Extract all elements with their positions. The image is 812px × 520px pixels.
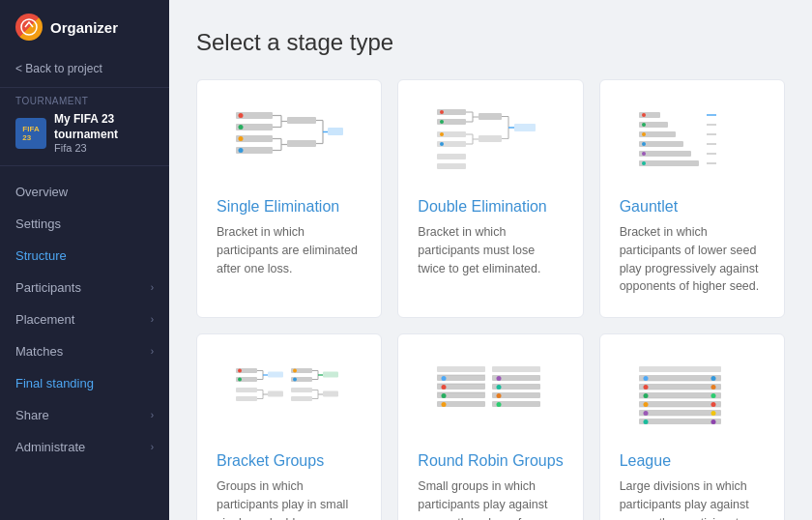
svg-rect-34: [478, 113, 502, 120]
card-icon-double-elimination: [418, 100, 563, 187]
svg-rect-75: [268, 372, 283, 378]
card-title-league: League: [620, 452, 765, 470]
svg-point-119: [497, 402, 502, 407]
chevron-down-icon: ›: [151, 442, 154, 452]
svg-rect-122: [639, 384, 721, 390]
sidebar-item-final-standing[interactable]: Final standing: [0, 367, 169, 399]
sidebar-item-share[interactable]: Share ›: [0, 399, 169, 431]
svg-point-136: [643, 411, 648, 416]
svg-rect-83: [291, 388, 312, 392]
svg-point-142: [710, 411, 715, 416]
sidebar-item-administrate[interactable]: Administrate ›: [0, 431, 169, 463]
svg-rect-123: [639, 392, 721, 398]
nav-label-placement: Placement: [15, 312, 74, 327]
app-logo: Organizer: [0, 0, 169, 54]
svg-point-98: [293, 378, 297, 382]
card-round-robin-groups[interactable]: Round Robin Groups Small groups in which…: [397, 333, 583, 520]
tournament-section: Tournament FIFA23 My FIFA 23 tournament …: [0, 87, 169, 166]
svg-rect-121: [639, 375, 721, 381]
svg-point-115: [442, 402, 447, 407]
svg-rect-54: [639, 160, 699, 166]
svg-rect-53: [639, 151, 691, 157]
svg-rect-124: [639, 401, 721, 407]
card-gauntlet[interactable]: Gauntlet Bracket in which participants o…: [599, 79, 785, 318]
card-icon-gauntlet: [620, 100, 765, 187]
svg-rect-70: [236, 396, 257, 401]
chevron-down-icon: ›: [151, 410, 154, 420]
svg-point-117: [497, 385, 502, 390]
svg-point-63: [642, 132, 646, 136]
card-title-single-elimination: Single Elimination: [217, 198, 362, 216]
nav-label-share: Share: [15, 408, 49, 422]
card-desc-gauntlet: Bracket in which participants of lower s…: [620, 223, 765, 296]
chevron-down-icon: ›: [151, 346, 154, 357]
svg-rect-120: [639, 366, 721, 372]
chevron-down-icon: ›: [151, 314, 154, 325]
svg-point-140: [710, 393, 715, 398]
tournament-sub: Fifa 23: [54, 142, 154, 154]
nav-label-structure: Structure: [15, 248, 67, 263]
sidebar-item-structure[interactable]: Structure: [0, 240, 169, 272]
svg-rect-28: [437, 154, 466, 159]
svg-point-112: [442, 376, 447, 381]
svg-rect-19: [328, 128, 343, 135]
card-double-elimination[interactable]: Double Elimination Bracket in which part…: [397, 79, 583, 318]
card-desc-double-elimination: Bracket in which participants must lose …: [418, 223, 563, 277]
svg-rect-44: [514, 124, 536, 131]
svg-point-134: [643, 393, 648, 398]
sidebar-item-participants[interactable]: Participants ›: [0, 272, 169, 303]
sidebar-item-matches[interactable]: Matches ›: [0, 335, 169, 367]
svg-point-97: [293, 369, 297, 373]
svg-point-135: [643, 402, 648, 407]
tournament-details: My FIFA 23 tournament Fifa 23: [54, 112, 154, 154]
svg-rect-14: [287, 140, 316, 147]
page-title: Select a stage type: [196, 29, 785, 56]
card-desc-round-robin-groups: Small groups in which participants play …: [418, 477, 563, 520]
svg-rect-94: [323, 391, 338, 397]
card-title-round-robin-groups: Round Robin Groups: [418, 452, 563, 470]
card-desc-league: Large divisions in which participants pl…: [620, 477, 765, 520]
card-title-gauntlet: Gauntlet: [620, 198, 765, 216]
nav-label-administrate: Administrate: [15, 440, 85, 454]
svg-point-66: [642, 161, 646, 165]
card-league[interactable]: League Large divisions in which particip…: [599, 333, 785, 520]
nav-label-matches: Matches: [15, 344, 63, 359]
svg-point-132: [643, 376, 648, 381]
svg-rect-89: [323, 372, 338, 378]
svg-point-113: [442, 385, 447, 390]
svg-rect-29: [437, 163, 466, 169]
card-bracket-groups[interactable]: Bracket Groups Groups in which participa…: [196, 333, 382, 520]
card-icon-single-elimination: [217, 100, 362, 187]
nav-label-participants: Participants: [15, 280, 81, 295]
svg-rect-126: [639, 419, 721, 424]
back-to-project[interactable]: < Back to project: [0, 54, 169, 87]
svg-point-48: [440, 142, 444, 146]
svg-point-143: [710, 419, 715, 424]
card-icon-bracket-groups: [217, 354, 362, 441]
svg-point-20: [239, 113, 244, 118]
svg-point-141: [710, 402, 715, 407]
card-title-bracket-groups: Bracket Groups: [217, 452, 362, 470]
svg-rect-107: [492, 366, 540, 372]
card-icon-round-robin-groups: [418, 354, 563, 441]
sidebar-item-settings[interactable]: Settings: [0, 208, 169, 240]
logo-icon: [15, 14, 43, 41]
svg-point-45: [440, 110, 444, 114]
svg-point-114: [442, 393, 447, 398]
svg-point-21: [239, 125, 244, 130]
sidebar-item-overview[interactable]: Overview: [0, 176, 169, 208]
tournament-label: Tournament: [15, 96, 154, 106]
svg-point-47: [440, 132, 444, 136]
sidebar-item-placement[interactable]: Placement ›: [0, 303, 169, 335]
svg-point-46: [440, 120, 444, 124]
svg-point-138: [710, 376, 715, 381]
sidebar-nav: Overview Settings Structure Participants…: [0, 166, 169, 520]
svg-point-96: [238, 378, 242, 382]
svg-rect-125: [639, 410, 721, 416]
svg-point-116: [497, 376, 502, 381]
card-single-elimination[interactable]: Single Elimination Bracket in which part…: [196, 79, 382, 318]
svg-point-62: [642, 123, 646, 127]
svg-rect-39: [478, 135, 502, 142]
svg-point-133: [643, 385, 648, 390]
svg-rect-69: [236, 388, 257, 392]
